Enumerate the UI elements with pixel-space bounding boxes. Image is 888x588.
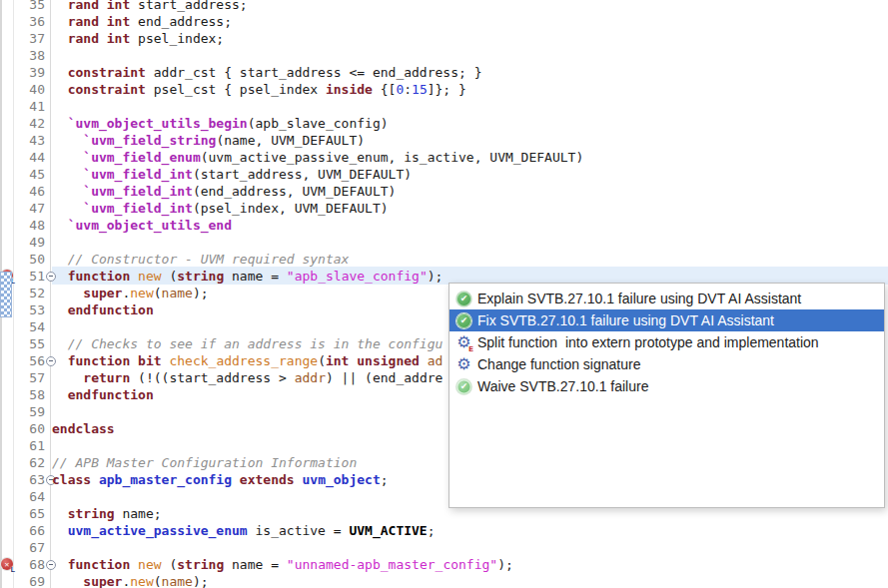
token-pl: (psel_index, UVM_DEFAULT) <box>193 201 389 216</box>
token-kw: constraint <box>68 65 146 80</box>
code-text: function new (string name = "apb_slave_c… <box>52 268 443 285</box>
code-line[interactable]: 46 `uvm_field_int(end_address, UVM_DEFAU… <box>0 183 888 200</box>
line-number: 46 <box>13 183 45 200</box>
line-number: 58 <box>13 386 45 403</box>
quickfix-menu-item[interactable]: Explain SVTB.27.10.1 failure using DVT A… <box>449 288 884 309</box>
token-pl: (name, UVM_DEFAULT) <box>216 133 365 148</box>
token-kw: bit <box>138 353 161 368</box>
code-line[interactable]: 40 constraint psel_cst { psel_index insi… <box>0 81 888 98</box>
code-line[interactable]: 39 constraint addr_cst { start_address <… <box>0 64 888 81</box>
token-kw: endclass <box>52 421 115 436</box>
token-kw: string <box>177 557 224 572</box>
quickfix-menu-item-label: Split function into extern prototype and… <box>477 334 819 350</box>
code-line[interactable]: 37 rand int psel_index; <box>0 30 888 47</box>
line-number: 53 <box>13 301 45 318</box>
code-line[interactable]: 41 <box>0 98 888 115</box>
code-line[interactable]: 44 `uvm_field_enum(uvm_active_passive_en… <box>0 149 888 166</box>
token-kw: function <box>68 269 131 284</box>
quickfix-menu-item[interactable]: Change function signature <box>449 353 884 375</box>
token-mac: `uvm_object_utils_end <box>68 218 232 233</box>
line-number: 60 <box>13 420 45 437</box>
code-text: `uvm_field_int(end_address, UVM_DEFAULT) <box>52 183 396 200</box>
token-kw: endfunction <box>68 387 154 402</box>
quickfix-menu-item[interactable]: Waive SVTB.27.10.1 failure <box>449 375 884 397</box>
token-kw: int <box>326 353 349 368</box>
code-text: `uvm_field_string(name, UVM_DEFAULT) <box>52 132 365 149</box>
line-number: 36 <box>13 13 45 30</box>
code-line[interactable]: 48 `uvm_object_utils_end <box>0 217 888 234</box>
line-number: 35 <box>13 0 45 13</box>
code-text: constraint psel_cst { psel_index inside … <box>52 81 466 98</box>
code-line[interactable]: 43 `uvm_field_string(name, UVM_DEFAULT) <box>0 132 888 149</box>
line-number: 67 <box>13 539 45 556</box>
line-number: 54 <box>13 318 45 335</box>
token-pl: is_active = <box>248 523 350 538</box>
code-line[interactable]: 69 super.new(name); <box>0 573 888 588</box>
error-marker-icon[interactable]: ✕ <box>1 558 13 570</box>
line-number: 44 <box>13 149 45 166</box>
range-indicator <box>0 272 12 317</box>
token-mac: `uvm_field_string <box>83 133 216 148</box>
code-line[interactable]: 49 <box>0 234 888 251</box>
code-editor: 35 rand int start_address;36 rand int en… <box>0 0 888 588</box>
token-kw: int <box>107 14 130 29</box>
code-line[interactable]: 36 rand int end_address; <box>0 13 888 30</box>
code-text: function new (string name = "unnamed-apb… <box>52 556 513 573</box>
token-pl <box>130 353 138 368</box>
quickfix-menu-item[interactable]: Fix SVTB.27.10.1 failure using DVT AI As… <box>449 309 884 331</box>
token-kw: rand <box>68 0 99 12</box>
code-line[interactable]: 45 `uvm_field_int(start_address, UVM_DEF… <box>0 166 888 183</box>
token-kw: endfunction <box>68 302 154 317</box>
token-pl: {[ <box>373 82 396 97</box>
line-number: 64 <box>13 488 45 505</box>
line-number: 65 <box>13 505 45 522</box>
token-pl: (start_address, UVM_DEFAULT) <box>193 167 412 182</box>
token-pl: ( <box>154 286 162 300</box>
code-line[interactable]: 47 `uvm_field_int(psel_index, UVM_DEFAUL… <box>0 200 888 217</box>
token-pl: name = <box>224 269 287 284</box>
token-pl: ); <box>497 557 513 572</box>
code-line[interactable]: 67 <box>0 539 888 556</box>
line-number: 49 <box>13 234 45 251</box>
token-arg: name <box>162 574 193 588</box>
token-kw: class <box>52 472 91 487</box>
code-line[interactable]: 35 rand int start_address; <box>0 0 888 13</box>
token-kw: constraint <box>68 82 146 97</box>
token-pl: ); <box>428 269 444 284</box>
code-text: endfunction <box>52 386 154 403</box>
token-arg: addr <box>295 370 326 385</box>
line-number: 68 <box>13 556 45 573</box>
line-number: 48 <box>13 217 45 234</box>
token-pl: (apb_slave_config) <box>248 116 389 131</box>
token-pl: addr_cst { start_address <= end_address;… <box>146 65 482 80</box>
token-fn: new <box>138 557 161 572</box>
line-number: 63 <box>13 471 45 488</box>
code-line[interactable]: 38 <box>0 47 888 64</box>
token-typ: uvm_active_passive_enum <box>68 523 248 538</box>
code-line[interactable]: 68✕ function new (string name = "unnamed… <box>0 556 888 573</box>
green-check-icon <box>456 313 471 328</box>
token-kw: extends <box>240 472 295 487</box>
quickfix-menu-item-label: Fix SVTB.27.10.1 failure using DVT AI As… <box>477 312 774 328</box>
token-pl <box>130 557 138 572</box>
code-line[interactable]: 50 // Constructor - UVM required syntax <box>0 251 888 268</box>
token-kw: function <box>68 557 131 572</box>
token-arg: name <box>162 286 193 300</box>
code-line[interactable]: 42 `uvm_object_utils_begin(apb_slave_con… <box>0 115 888 132</box>
token-arg: ad <box>428 353 444 368</box>
quickfix-menu-item-label: Explain SVTB.27.10.1 failure using DVT A… <box>477 291 801 306</box>
token-pl: ( <box>154 574 162 588</box>
code-text: uvm_active_passive_enum is_active = UVM_… <box>52 522 436 539</box>
line-number: 45 <box>13 166 45 183</box>
quickfix-menu-item-label: Waive SVTB.27.10.1 failure <box>477 378 648 394</box>
code-text: rand int psel_index; <box>52 30 224 47</box>
token-mac: `uvm_field_int <box>83 201 193 216</box>
line-number: 38 <box>13 47 45 64</box>
code-text: string name; <box>52 505 162 522</box>
token-kw: int <box>107 0 130 12</box>
code-text: endclass <box>52 420 115 437</box>
token-pl <box>232 472 240 487</box>
code-line[interactable]: 66 uvm_active_passive_enum is_active = U… <box>0 522 888 539</box>
quickfix-menu-item[interactable]: Split function into extern prototype and… <box>449 331 884 353</box>
code-text: // Constructor - UVM required syntax <box>52 251 349 268</box>
